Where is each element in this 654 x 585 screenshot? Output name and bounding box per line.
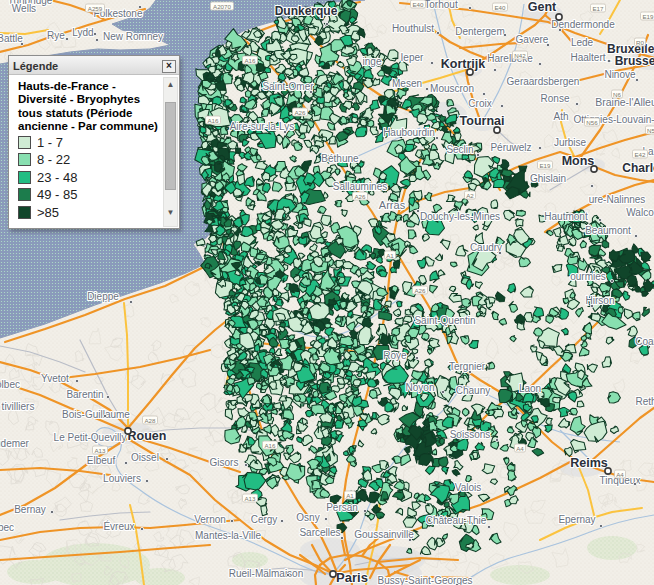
svg-text:Ghislain: Ghislain — [530, 173, 566, 184]
svg-text:Haubourdin: Haubourdin — [383, 127, 435, 138]
svg-text:Rueil-Malmaison: Rueil-Malmaison — [229, 568, 303, 579]
svg-text:Yvetot: Yvetot — [41, 373, 69, 384]
svg-text:R0: R0 — [636, 39, 644, 46]
svg-text:E40: E40 — [412, 1, 424, 8]
svg-text:Dunkerque: Dunkerque — [275, 4, 338, 18]
svg-text:A16: A16 — [244, 57, 256, 64]
svg-text:Elbeuf: Elbeuf — [87, 455, 116, 466]
svg-text:E19: E19 — [642, 13, 654, 20]
svg-text:A2070: A2070 — [213, 3, 231, 10]
svg-text:Houthulst: Houthulst — [392, 23, 434, 34]
svg-text:Dentergem: Dentergem — [455, 26, 504, 37]
svg-text:Sallaumines: Sallaumines — [333, 181, 387, 192]
svg-text:ure-Nalinnes: ure-Nalinnes — [589, 194, 646, 205]
svg-text:Saint-Quentin: Saint-Quentin — [414, 315, 475, 326]
svg-text:N6: N6 — [613, 91, 621, 98]
svg-text:Mantes-la-Ville: Mantes-la-Ville — [195, 530, 261, 541]
svg-text:Lede: Lede — [571, 37, 594, 48]
svg-text:Béthune: Béthune — [321, 153, 359, 164]
svg-text:Jurbise: Jurbise — [554, 137, 587, 148]
svg-text:A28: A28 — [144, 417, 156, 424]
svg-text:Reth: Reth — [635, 396, 654, 407]
svg-text:N5: N5 — [647, 127, 654, 134]
svg-text:E40: E40 — [494, 4, 506, 11]
svg-text:Battle: Battle — [0, 33, 23, 44]
svg-text:Osny: Osny — [296, 512, 319, 523]
svg-text:Péruwelz: Péruwelz — [490, 142, 531, 153]
svg-text:Persan: Persan — [326, 502, 358, 513]
svg-text:Mesen: Mesen — [392, 78, 422, 89]
svg-text:Goussainville: Goussainville — [354, 529, 414, 540]
svg-text:udemer: udemer — [0, 438, 30, 449]
svg-text:A4: A4 — [616, 471, 624, 478]
svg-text:Barentin: Barentin — [66, 389, 103, 400]
svg-text:Douchy-les-Mines: Douchy-les-Mines — [420, 211, 500, 222]
svg-text:Laon: Laon — [519, 383, 541, 394]
svg-text:Walco: Walco — [626, 207, 654, 218]
svg-text:Hautmont: Hautmont — [544, 211, 588, 222]
svg-text:Bernay: Bernay — [14, 504, 46, 515]
svg-text:- Brussel: - Brussel — [607, 54, 654, 68]
svg-text:Chauny: Chauny — [456, 385, 490, 396]
svg-text:A13: A13 — [94, 447, 106, 454]
svg-text:Epernay: Epernay — [558, 514, 595, 525]
svg-text:Tergnier: Tergnier — [449, 361, 486, 372]
svg-text:Seclin: Seclin — [446, 144, 473, 155]
svg-text:A26: A26 — [354, 193, 366, 200]
svg-text:Ath: Ath — [553, 111, 568, 122]
svg-text:New Romney: New Romney — [103, 31, 163, 42]
svg-text:Mons: Mons — [562, 154, 595, 168]
svg-text:Vernon: Vernon — [194, 514, 226, 525]
svg-text:A1: A1 — [346, 492, 354, 499]
svg-text:olbec: olbec — [0, 379, 20, 390]
svg-text:A4: A4 — [516, 445, 524, 452]
svg-text:Haaltert: Haaltert — [570, 52, 605, 63]
svg-text:Sarcelles: Sarcelles — [299, 527, 340, 538]
svg-text:Croix: Croix — [468, 98, 491, 109]
svg-text:A259: A259 — [88, 5, 103, 12]
svg-text:Torhout: Torhout — [424, 0, 458, 10]
svg-text:Kortrijk: Kortrijk — [441, 57, 486, 71]
svg-text:Château-Thie: Château-Thie — [426, 515, 487, 526]
svg-text:Gavere: Gavere — [516, 34, 549, 45]
svg-text:Bois-Guillaume: Bois-Guillaume — [62, 409, 130, 420]
svg-text:A1: A1 — [386, 252, 394, 259]
svg-text:N42: N42 — [514, 52, 526, 59]
svg-text:Oissel: Oissel — [131, 452, 159, 463]
svg-text:Ieper: Ieper — [401, 52, 424, 63]
svg-text:Caudry: Caudry — [470, 242, 502, 253]
svg-text:bec: bec — [0, 522, 14, 533]
svg-text:Lydd: Lydd — [72, 27, 93, 38]
svg-text:Noyon: Noyon — [406, 382, 435, 393]
svg-text:Arras: Arras — [379, 199, 406, 211]
svg-text:A16: A16 — [207, 117, 219, 124]
svg-text:N56: N56 — [586, 119, 598, 126]
svg-text:Ninove: Ninove — [604, 69, 636, 80]
svg-text:Gent: Gent — [528, 0, 557, 14]
svg-text:A13: A13 — [244, 495, 256, 502]
svg-text:Louviers: Louviers — [103, 473, 141, 484]
svg-text:Hirson: Hirson — [586, 295, 615, 306]
svg-text:E17: E17 — [592, 5, 604, 12]
svg-text:Roye: Roye — [383, 350, 407, 361]
svg-text:Soissons: Soissons — [450, 429, 491, 440]
svg-text:Évreux: Évreux — [103, 520, 134, 532]
svg-text:A2: A2 — [466, 192, 474, 199]
svg-text:E42: E42 — [634, 151, 646, 158]
svg-text:ourmies: ourmies — [570, 271, 606, 282]
svg-text:E19: E19 — [539, 162, 551, 169]
svg-text:Braine-l'Alleu: Braine-l'Alleu — [595, 96, 654, 108]
svg-text:Coar: Coar — [635, 336, 654, 347]
svg-text:inge: inge — [363, 56, 382, 67]
svg-text:tivilliers: tivilliers — [2, 401, 35, 412]
svg-text:Mouscron: Mouscron — [430, 83, 474, 94]
svg-text:Saint-Omer: Saint-Omer — [262, 81, 314, 92]
svg-text:Rye: Rye — [47, 30, 65, 41]
svg-text:Cergy: Cergy — [251, 514, 278, 525]
svg-text:Le Petit-Quevilly: Le Petit-Quevilly — [54, 432, 127, 443]
svg-text:Rouen: Rouen — [128, 429, 167, 443]
svg-text:A26: A26 — [414, 287, 426, 294]
svg-text:A26: A26 — [294, 109, 306, 116]
svg-text:A16: A16 — [264, 442, 276, 449]
svg-text:Paris: Paris — [336, 570, 368, 585]
